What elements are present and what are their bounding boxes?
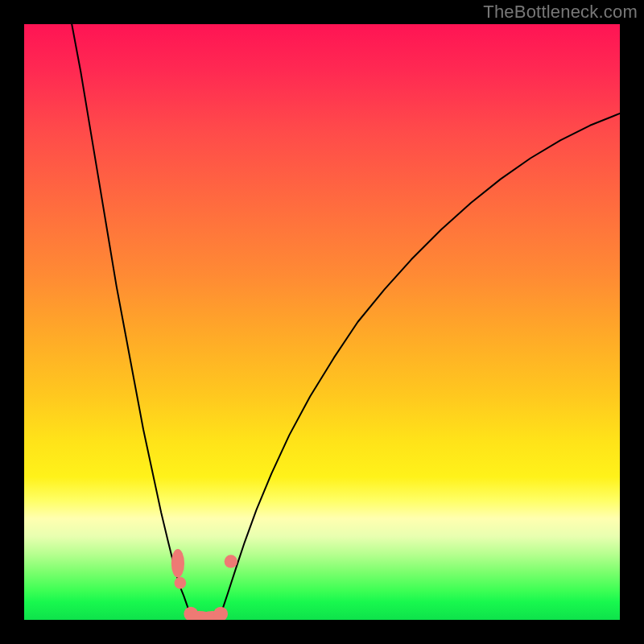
plot-area [24,24,620,620]
app-frame: TheBottleneck.com [0,0,644,644]
data-marker [171,549,184,578]
watermark-text: TheBottleneck.com [483,2,638,23]
data-marker [225,555,237,568]
markers-svg [24,24,620,620]
data-marker [213,607,228,620]
data-marker [174,577,186,589]
